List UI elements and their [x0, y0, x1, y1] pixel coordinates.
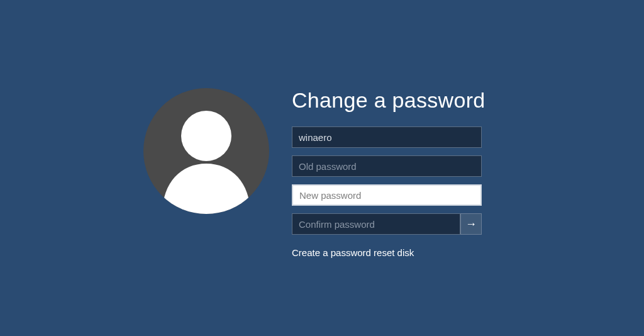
person-icon — [143, 88, 269, 214]
change-password-panel: Change a password → Create a password re… — [143, 88, 486, 258]
arrow-right-icon: → — [465, 218, 477, 231]
svg-point-0 — [181, 111, 231, 161]
password-reset-disk-link[interactable]: Create a password reset disk — [292, 247, 486, 258]
username-field[interactable] — [292, 126, 482, 148]
submit-button[interactable]: → — [460, 213, 482, 235]
user-avatar — [143, 88, 269, 214]
new-password-field[interactable] — [292, 184, 482, 206]
confirm-row: → — [292, 213, 482, 235]
form-area: Change a password → Create a password re… — [292, 88, 486, 258]
confirm-password-field[interactable] — [292, 213, 460, 235]
old-password-field[interactable] — [292, 155, 482, 177]
page-title: Change a password — [292, 88, 486, 113]
